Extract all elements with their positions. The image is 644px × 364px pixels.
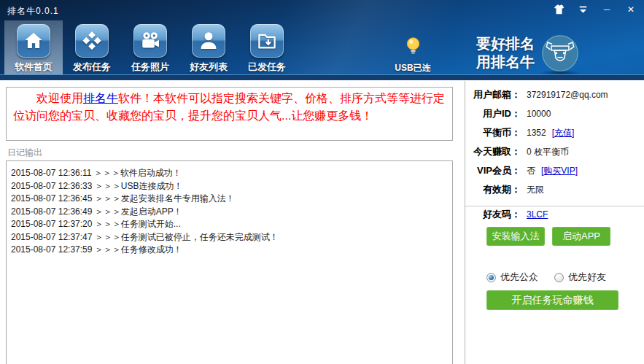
radio-priority-public[interactable]: [486, 273, 496, 282]
email-label: 用户邮箱：: [465, 88, 521, 101]
account-row-earned-today: 今天赚取： 0 枚平衡币: [465, 145, 640, 158]
validity-label: 有效期：: [465, 183, 521, 196]
movie-camera-icon: [133, 24, 167, 58]
vip-label: VIP会员：: [465, 164, 521, 177]
priority-radio-group: 优先公众 优先好友: [486, 271, 622, 284]
account-row-validity: 有效期： 无限: [465, 183, 640, 196]
diamonds-icon: [75, 24, 109, 58]
recharge-link[interactable]: 充值: [554, 127, 572, 139]
main-nav: 软件首页 发布任务: [4, 20, 296, 74]
userid-value: 10000: [527, 109, 551, 119]
nav-item-publish-task[interactable]: 发布任务: [63, 20, 121, 74]
account-row-userid: 用户ID： 10000: [465, 107, 640, 120]
vip-value: 否: [527, 165, 535, 177]
account-row-coins: 平衡币： 1352 [充值]: [465, 126, 640, 139]
radio-priority-friends-label: 优先好友: [568, 271, 606, 284]
coins-value: 1352: [527, 128, 546, 138]
brand-slogan: 要好排名 用排名牛: [476, 35, 535, 71]
radio-priority-friends[interactable]: [554, 273, 564, 282]
log-entry: 2015-08-07 12:37:47 ＞＞＞任务测试已被停止，任务还未完成测试…: [11, 231, 448, 244]
welcome-text-prefix: 欢迎使用: [36, 92, 83, 104]
collapse-icon[interactable]: [577, 4, 589, 15]
usb-status: USB已连: [384, 36, 441, 74]
nav-item-home[interactable]: 软件首页: [4, 20, 63, 74]
log-entry: 2015-08-07 12:36:49 ＞＞＞发起启动APP！: [11, 206, 448, 219]
brand-logo: [540, 34, 580, 77]
header-area: 排名牛0.0.1 ─ ✕: [0, 0, 644, 80]
nav-item-sent-tasks[interactable]: 已发任务: [238, 20, 296, 74]
log-entry: 2015-08-07 12:36:33 ＞＞＞USB连接成功！: [11, 180, 448, 193]
bracket-close: ]: [575, 166, 578, 176]
window-title: 排名牛0.0.1: [7, 5, 59, 18]
app-window: 排名牛0.0.1 ─ ✕: [0, 0, 644, 364]
earned-today-value: 0 枚平衡币: [527, 146, 569, 158]
nav-item-friends-list[interactable]: 好友列表: [179, 20, 238, 74]
buy-vip-link[interactable]: 购买VIP: [543, 165, 575, 177]
folder-icon: [250, 24, 284, 58]
install-ime-button[interactable]: 安装输入法: [486, 227, 545, 246]
nav-item-task-photos[interactable]: 任务照片: [121, 20, 179, 74]
close-icon[interactable]: ✕: [625, 4, 637, 15]
start-task-button[interactable]: 开启任务玩命赚钱: [486, 290, 618, 310]
window-controls: ─ ✕: [553, 4, 637, 15]
skin-icon[interactable]: [553, 4, 565, 15]
account-row-friend-code: 好友码： 3LCF: [465, 208, 640, 221]
log-output-box[interactable]: 2015-08-07 12:36:11 ＞＞＞软件启动成功！ 2015-08-0…: [6, 160, 453, 364]
log-entry: 2015-08-07 12:36:11 ＞＞＞软件启动成功！: [11, 167, 448, 180]
bull-logo-icon: [540, 34, 580, 73]
account-panel: 用户邮箱： 372919172@qq.com 用户ID： 10000 平衡币： …: [465, 88, 640, 227]
validity-value: 无限: [527, 184, 544, 196]
bracket-close: ]: [572, 128, 574, 138]
log-output-header: 日记输出: [7, 147, 42, 159]
earned-today-label: 今天赚取：: [465, 145, 521, 158]
radio-priority-public-label: 优先公众: [500, 271, 538, 284]
nav-bottom-strip: [0, 74, 644, 80]
slogan-line-2: 用排名牛: [476, 53, 535, 71]
coins-label: 平衡币：: [465, 126, 521, 139]
log-entry: 2015-08-07 12:37:59 ＞＞＞任务修改成功！: [11, 244, 448, 257]
launch-app-button[interactable]: 启动APP: [552, 227, 610, 246]
minimize-icon[interactable]: ─: [601, 4, 613, 15]
userid-label: 用户ID：: [465, 107, 521, 120]
slogan-line-1: 要好排名: [476, 35, 535, 53]
friend-code-label: 好友码：: [465, 208, 521, 221]
titlebar: 排名牛0.0.1 ─ ✕: [0, 0, 644, 20]
home-icon: [17, 24, 50, 58]
app-name-link[interactable]: 排名牛: [83, 92, 118, 104]
account-row-email: 用户邮箱： 372919172@qq.com: [465, 88, 640, 101]
email-value: 372919172@qq.com: [527, 90, 608, 100]
friend-code-link[interactable]: 3LCF: [527, 209, 548, 220]
usb-status-label: USB已连: [384, 62, 441, 74]
person-icon: [192, 24, 225, 58]
account-row-vip: VIP会员： 否 [购买VIP]: [465, 164, 640, 177]
lightbulb-icon: [403, 46, 423, 58]
welcome-banner: 欢迎使用排名牛软件！本软件可以指定搜索关键字、价格、排序方式等等进行定位访问您的…: [6, 87, 453, 141]
log-entry: 2015-08-07 12:37:20 ＞＞＞任务测试开始...: [11, 218, 448, 231]
log-entry: 2015-08-07 12:36:45 ＞＞＞发起安装排名牛专用输入法！: [11, 193, 448, 206]
